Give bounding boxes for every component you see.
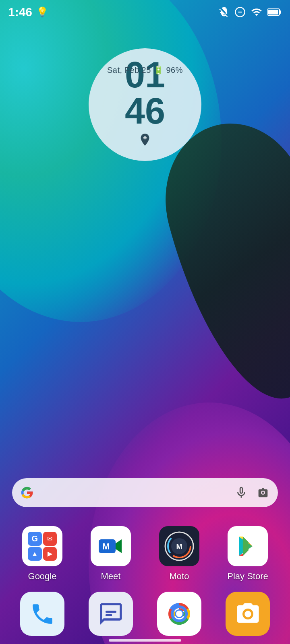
battery-icon (267, 8, 282, 17)
mute-icon (218, 6, 230, 18)
dnd-icon (234, 6, 246, 18)
clock-minutes: 46 (125, 93, 165, 129)
google-g-icon (20, 486, 34, 500)
dock (0, 592, 290, 636)
dock-camera[interactable] (220, 592, 276, 636)
chrome-icon (166, 600, 193, 627)
moto-label: Moto (170, 571, 189, 582)
dock-chrome[interactable] (151, 592, 207, 636)
svg-rect-17 (105, 611, 116, 613)
clock-widget[interactable]: Sat, Feb 25 🔋 96% 01 46 (89, 48, 201, 161)
svg-point-23 (176, 611, 182, 617)
status-time: 1:46 (8, 5, 32, 19)
svg-rect-3 (268, 10, 278, 14)
play-store-icon (234, 533, 261, 560)
app-meet[interactable]: M Meet (83, 526, 139, 582)
svg-rect-4 (280, 10, 281, 14)
wifi-icon (251, 6, 263, 18)
google-label: Google (28, 571, 57, 582)
status-bar: 1:46 💡 (0, 0, 290, 24)
play-store-label: Play Store (227, 571, 268, 582)
svg-marker-9 (116, 539, 122, 553)
app-grid: G ✉ ▲ ▶ Google M Meet (0, 526, 290, 582)
dock-messages[interactable] (83, 592, 139, 636)
home-indicator[interactable] (109, 639, 181, 642)
location-pin-icon (138, 132, 152, 149)
moto-icon: M (163, 530, 195, 562)
app-google[interactable]: G ✉ ▲ ▶ Google (14, 526, 70, 582)
search-bar[interactable] (12, 478, 278, 507)
phone-icon (29, 601, 56, 627)
camera-icon (235, 601, 261, 627)
app-play-store[interactable]: Play Store (220, 526, 276, 582)
clock-hours: 01 (125, 57, 165, 93)
dock-phone[interactable] (14, 592, 70, 636)
meet-icon: M (97, 532, 125, 560)
svg-text:M: M (176, 543, 182, 551)
bulb-icon: 💡 (36, 6, 48, 18)
svg-rect-18 (105, 614, 112, 616)
meet-label: Meet (101, 571, 121, 582)
svg-text:M: M (102, 541, 110, 551)
microphone-icon[interactable] (234, 486, 248, 500)
messages-icon (98, 601, 124, 627)
app-moto[interactable]: M Moto (151, 526, 207, 582)
lens-icon[interactable] (256, 486, 270, 500)
clock-date: Sat, Feb 25 🔋 96% (107, 65, 183, 75)
